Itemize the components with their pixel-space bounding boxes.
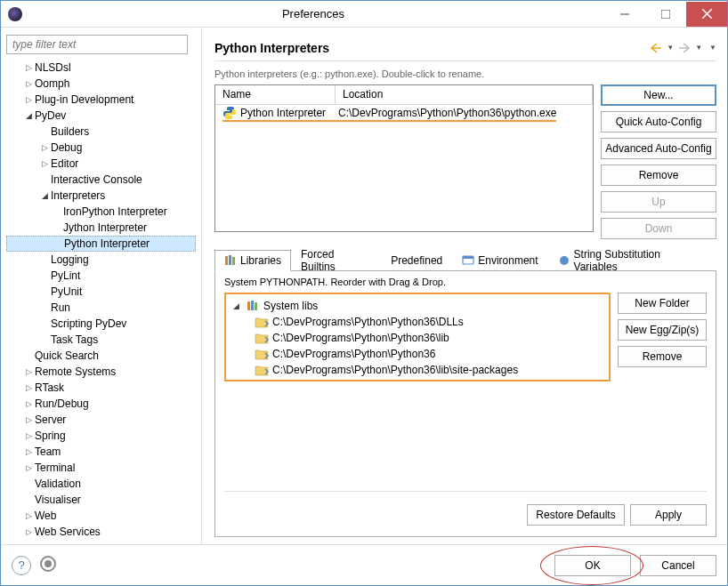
tree-item[interactable]: IronPython Interpreter — [6, 204, 196, 220]
tree-item[interactable]: Interactive Console — [6, 172, 196, 188]
tree-item[interactable]: ▷Run/Debug — [6, 396, 196, 412]
system-libs-tree[interactable]: ◢ System libs C:\DevPrograms\Python\Pyth… — [224, 293, 611, 381]
tree-item[interactable]: ▷Remote Systems — [6, 364, 196, 380]
expand-icon[interactable]: ▷ — [38, 159, 51, 168]
expand-icon[interactable]: ▷ — [22, 431, 35, 440]
tree-item[interactable]: Run — [6, 300, 196, 316]
expand-icon[interactable]: ▷ — [22, 511, 35, 520]
tab-forced-builtins[interactable]: Forced Builtins — [291, 250, 381, 270]
new-button[interactable]: New... — [601, 84, 716, 106]
tab-environment[interactable]: Environment — [452, 250, 547, 270]
tree-item[interactable]: Python Interpreter — [6, 236, 196, 252]
tab-predefined[interactable]: Predefined — [381, 250, 452, 270]
expand-icon[interactable]: ▷ — [22, 399, 35, 408]
lib-path-item[interactable]: C:\DevPrograms\Python\Python36\DLLs — [230, 314, 605, 330]
nav-forward-dropdown[interactable]: ▼ — [695, 44, 702, 52]
collapse-icon[interactable]: ◢ — [22, 111, 35, 120]
tree-item[interactable]: ▷Terminal — [6, 460, 196, 476]
help-icon[interactable]: ? — [12, 556, 31, 575]
close-button[interactable] — [686, 2, 727, 27]
tree-item[interactable]: ▷Plug-in Development — [6, 92, 196, 108]
tree-item-label: Interpreters — [51, 189, 105, 202]
apply-button[interactable]: Apply — [630, 504, 707, 526]
tree-item[interactable]: PyUnit — [6, 284, 196, 300]
tree-item[interactable]: Visualiser — [6, 492, 196, 508]
lib-path-item[interactable]: C:\DevPrograms\Python\Python36\lib\site-… — [230, 362, 605, 378]
cancel-button[interactable]: Cancel — [640, 555, 716, 576]
expand-icon[interactable]: ▷ — [22, 367, 35, 376]
nav-forward-icon[interactable] — [677, 41, 692, 55]
preferences-tree[interactable]: ▷NLSDsl▷Oomph▷Plug-in Development◢PyDevB… — [6, 60, 196, 537]
tree-item-label: Scripting PyDev — [51, 317, 126, 330]
tree-item[interactable]: Quick Search — [6, 348, 196, 364]
view-menu-dropdown[interactable]: ▼ — [709, 44, 716, 52]
lib-path-item[interactable]: C:\DevPrograms\Python\Python36 — [230, 346, 605, 362]
restore-defaults-button[interactable]: Restore Defaults — [527, 504, 625, 526]
down-button[interactable]: Down — [601, 218, 716, 239]
tree-item[interactable]: PyLint — [6, 268, 196, 284]
svg-rect-1 — [661, 10, 670, 19]
tree-item[interactable]: ▷RTask — [6, 380, 196, 396]
expand-icon[interactable]: ▷ — [22, 95, 35, 104]
window-title: Preferences — [22, 7, 604, 20]
expand-icon[interactable]: ▷ — [22, 383, 35, 392]
expand-icon[interactable]: ▷ — [22, 415, 35, 424]
tree-item[interactable]: ▷Web Services — [6, 524, 196, 537]
lib-path-item[interactable]: C:\DevPrograms\Python\Python36\lib — [230, 330, 605, 346]
quick-auto-config-button[interactable]: Quick Auto-Config — [601, 111, 716, 132]
remove-lib-button[interactable]: Remove — [618, 346, 707, 367]
expand-icon[interactable]: ▷ — [38, 143, 51, 152]
libraries-icon — [224, 254, 237, 267]
tree-item-label: Oomph — [35, 77, 69, 90]
tree-item[interactable]: ◢PyDev — [6, 108, 196, 124]
tree-item-label: Jython Interpreter — [63, 221, 147, 234]
up-button[interactable]: Up — [601, 191, 716, 213]
expand-icon[interactable]: ◢ — [230, 301, 242, 310]
new-folder-button[interactable]: New Folder — [618, 293, 707, 314]
filter-input[interactable] — [6, 35, 188, 54]
string-sub-icon — [558, 254, 570, 267]
system-libs-root[interactable]: ◢ System libs — [230, 298, 605, 314]
tree-item[interactable]: ▷Team — [6, 444, 196, 460]
tree-item[interactable]: Scripting PyDev — [6, 316, 196, 332]
expand-icon[interactable]: ▷ — [22, 79, 35, 88]
nav-back-icon[interactable] — [649, 41, 663, 55]
expand-icon[interactable]: ▷ — [22, 527, 35, 536]
tree-item[interactable]: ▷Spring — [6, 428, 196, 444]
titlebar: Preferences — [1, 1, 727, 28]
tree-item-label: Editor — [51, 157, 78, 170]
maximize-button[interactable] — [645, 2, 686, 27]
expand-icon[interactable]: ▷ — [22, 63, 35, 72]
collapse-icon[interactable]: ◢ — [38, 191, 51, 200]
nav-back-dropdown[interactable]: ▼ — [667, 44, 674, 52]
expand-icon[interactable]: ▷ — [22, 463, 35, 472]
interpreter-row[interactable]: Python Interpreter C:\DevPrograms\Python… — [215, 105, 593, 123]
tree-item-label: Visualiser — [35, 494, 81, 506]
tree-item[interactable]: Builders — [6, 124, 196, 140]
tree-item-label: Plug-in Development — [35, 93, 133, 106]
expand-icon[interactable]: ▷ — [22, 447, 35, 456]
tree-item[interactable]: ▷NLSDsl — [6, 60, 196, 76]
tree-item[interactable]: Validation — [6, 476, 196, 492]
tab-string-substitution[interactable]: String Substitution Variables — [548, 250, 716, 270]
new-egg-button[interactable]: New Egg/Zip(s) — [618, 319, 707, 341]
tree-item[interactable]: ▷Editor — [6, 156, 196, 172]
col-name[interactable]: Name — [215, 85, 336, 104]
tree-item[interactable]: ▷Web — [6, 508, 196, 524]
col-location[interactable]: Location — [336, 85, 593, 104]
tree-item[interactable]: Task Tags — [6, 332, 196, 348]
advanced-auto-config-button[interactable]: Advanced Auto-Config — [601, 138, 716, 159]
tree-item[interactable]: ▷Debug — [6, 140, 196, 156]
tree-item[interactable]: ▷Oomph — [6, 76, 196, 92]
tab-libraries[interactable]: Libraries — [214, 250, 291, 271]
ok-button[interactable]: OK — [554, 555, 631, 576]
tree-item[interactable]: ◢Interpreters — [6, 188, 196, 204]
remove-interpreter-button[interactable]: Remove — [601, 165, 716, 186]
minimize-button[interactable] — [604, 2, 645, 27]
oomph-record-icon[interactable] — [40, 556, 56, 572]
interpreter-table[interactable]: Name Location Python Interpreter C:\DevP… — [214, 84, 594, 232]
tree-item[interactable]: Jython Interpreter — [6, 220, 196, 236]
tree-item[interactable]: Logging — [6, 252, 196, 268]
tree-item[interactable]: ▷Server — [6, 412, 196, 428]
svg-rect-5 — [229, 255, 231, 265]
